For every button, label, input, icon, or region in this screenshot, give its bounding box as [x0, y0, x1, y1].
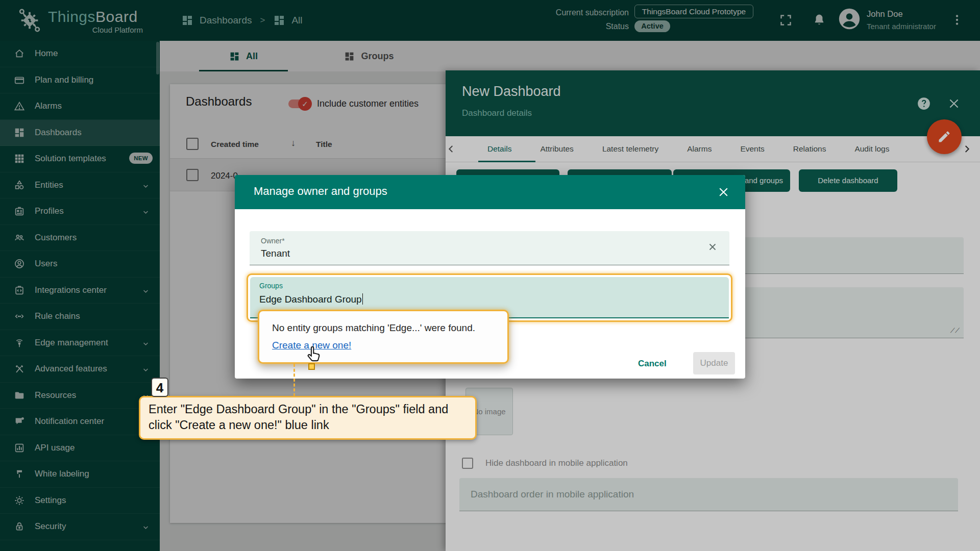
owner-clear-icon[interactable]: [707, 241, 718, 253]
groups-autocomplete-dropdown: No entity groups matching 'Edge...' were…: [258, 310, 509, 364]
hand-cursor-icon: [305, 345, 323, 364]
text-caret: [362, 293, 363, 305]
dialog-header: Manage owner and groups: [235, 175, 745, 209]
owner-field[interactable]: Owner* Tenant: [250, 231, 729, 265]
groups-field-value: Edge Dashboard Group: [259, 293, 363, 305]
owner-field-value: Tenant: [261, 248, 290, 259]
groups-field-label: Groups: [259, 282, 283, 290]
cancel-button[interactable]: Cancel: [638, 359, 667, 369]
annotation-connector-line: [293, 364, 295, 396]
annotation-tooltip: Enter "Edge Dashboard Group" in the "Gro…: [139, 396, 477, 440]
update-button[interactable]: Update: [693, 352, 735, 374]
no-match-message: No entity groups matching 'Edge...' were…: [272, 322, 475, 334]
thingsboard-app: ThingsBoard Cloud Platform Dashboards > …: [0, 0, 980, 551]
annotation-step-badge: 4: [151, 378, 168, 397]
owner-field-label: Owner*: [261, 237, 285, 245]
dialog-title: Manage owner and groups: [254, 185, 387, 198]
dialog-close-icon[interactable]: [717, 186, 730, 198]
